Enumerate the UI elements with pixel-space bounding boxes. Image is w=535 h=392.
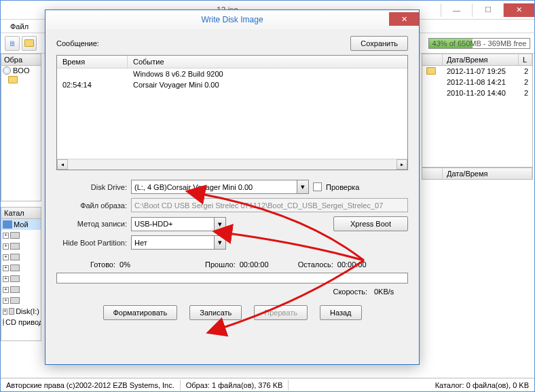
message-row: Windows 8 v6.2 Build 9200 <box>57 68 407 79</box>
size-bar: 43% of 650MB - 369MB free <box>428 38 530 49</box>
done-value: 0% <box>119 260 158 269</box>
dialog-title: Write Disk Image <box>201 15 263 24</box>
list-item: 2012-11-08 14:212 <box>422 77 532 87</box>
chevron-down-icon: ▾ <box>297 180 308 193</box>
abort-button[interactable]: Прервать <box>254 305 308 320</box>
write-disk-image-dialog: Write Disk Image ✕ Сообщение: Сохранить … <box>45 9 420 365</box>
verify-label: Проверка <box>326 183 359 191</box>
file-list-header: Дата/Время L <box>422 54 533 66</box>
scroll-right-icon[interactable]: ▸ <box>396 159 407 170</box>
elapsed-value: 00:00:00 <box>240 260 278 269</box>
chevron-down-icon: ▾ <box>214 218 225 231</box>
dialog-close-button[interactable]: ✕ <box>389 12 419 26</box>
image-file-field: C:\Boot CD USB Sergei Strelec 071112\Boo… <box>131 198 408 212</box>
status-image: Образ: 1 файла(ов), 376 KB <box>181 380 289 391</box>
dialog-titlebar[interactable]: Write Disk Image ✕ <box>45 10 419 29</box>
open-icon[interactable] <box>22 36 37 51</box>
folder-icon <box>426 67 436 75</box>
maximize-button[interactable]: ☐ <box>472 3 503 17</box>
col-time[interactable]: Время <box>57 56 128 68</box>
list-item: 2012-11-07 19:252 <box>422 66 532 77</box>
message-label: Сообщение: <box>56 39 99 47</box>
disk-drive-combo[interactable]: (L:, 4 GB)Corsair Voyager Mini 0.00 ▾ <box>131 180 309 194</box>
message-list: Время Событие Windows 8 v6.2 Build 9200 … <box>56 55 408 170</box>
status-copyright: Авторские права (c)2002-2012 EZB Systems… <box>1 380 181 391</box>
xpress-boot-button[interactable]: Xpress Boot <box>333 216 408 231</box>
progress-bar <box>56 273 408 283</box>
cd-icon <box>3 66 11 75</box>
col-event[interactable]: Событие <box>128 56 170 68</box>
list-item: 2010-11-20 14:402 <box>422 87 532 98</box>
statusbar: Авторские права (c)2002-2012 EZB Systems… <box>1 378 534 391</box>
new-icon[interactable]: 🗎 <box>5 36 20 51</box>
col-date[interactable]: Дата/Время <box>443 54 519 65</box>
status-catalog: Каталог: 0 файла(ов), 0 KB <box>430 380 534 391</box>
minimize-button[interactable]: — <box>441 3 472 17</box>
catalog-header: Катал <box>1 207 41 219</box>
chevron-down-icon: ▾ <box>214 236 225 249</box>
col-l[interactable]: L <box>519 54 532 65</box>
write-button[interactable]: Записать <box>189 305 242 320</box>
menu-file[interactable]: Файл <box>6 22 33 31</box>
image-pane-header: Обра <box>1 54 41 66</box>
speed-value: 0KB/s <box>374 288 408 296</box>
scroll-left-icon[interactable]: ◂ <box>57 159 68 170</box>
format-button[interactable]: Форматировать <box>103 305 178 320</box>
done-label: Готово: <box>90 260 115 269</box>
write-method-combo[interactable]: USB-HDD+ ▾ <box>131 217 226 231</box>
elapsed-label: Прошло: <box>205 260 236 269</box>
image-file-label: Файл образа: <box>56 201 127 210</box>
col-date-2[interactable]: Дата/Время <box>443 168 532 179</box>
hide-boot-combo[interactable]: Нет ▾ <box>131 235 226 250</box>
image-tree[interactable]: BOO <box>1 66 41 201</box>
speed-label: Скорость: <box>333 288 367 296</box>
remain-value: 00:00:00 <box>337 260 375 269</box>
file-list[interactable]: 2012-11-07 19:252 2012-11-08 14:212 2010… <box>422 66 533 168</box>
folder-icon <box>8 76 18 83</box>
verify-checkbox[interactable] <box>313 182 322 191</box>
close-button[interactable]: ✕ <box>503 3 534 17</box>
size-bar-text: 43% of 650MB - 369MB free <box>432 39 527 47</box>
hide-boot-label: Hide Boot Partition: <box>56 239 127 247</box>
message-row: 02:54:14Corsair Voyager Mini 0.00 <box>57 79 407 90</box>
horizontal-scrollbar[interactable]: ◂ ▸ <box>57 159 407 170</box>
save-button[interactable]: Сохранить <box>350 36 408 51</box>
write-method-label: Метод записи: <box>56 220 127 228</box>
remain-label: Осталось: <box>298 260 333 269</box>
catalog-tree[interactable]: Мой + + + + + + + +Disk(I:) CD привод(J:… <box>1 219 41 341</box>
disk-drive-label: Disk Drive: <box>56 183 127 191</box>
back-button[interactable]: Назад <box>320 305 362 320</box>
